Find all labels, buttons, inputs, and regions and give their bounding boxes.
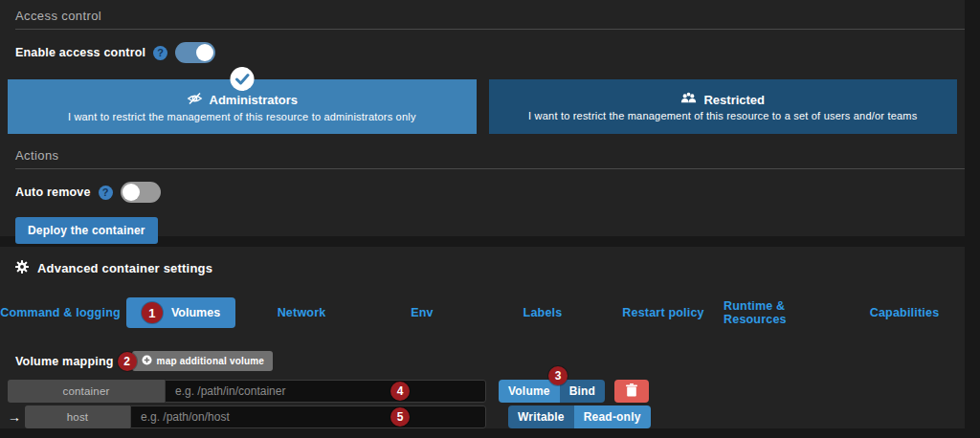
deploy-container-button[interactable]: Deploy the container bbox=[15, 217, 158, 244]
enable-access-control-row: Enable access control ? bbox=[15, 42, 965, 63]
annotation-badge-3: 3 bbox=[548, 366, 568, 385]
tab-label[interactable]: Command & logging bbox=[0, 306, 121, 319]
toggle-knob bbox=[196, 44, 213, 61]
auto-remove-toggle[interactable] bbox=[121, 182, 161, 203]
restricted-option-title: Restricted bbox=[680, 92, 765, 107]
tab-network[interactable]: Network bbox=[241, 306, 362, 319]
ownership-options: Administrators I want to restrict the ma… bbox=[8, 79, 957, 134]
arrow-right-icon: → bbox=[8, 405, 25, 428]
annotation-badge-5: 5 bbox=[390, 407, 410, 427]
restricted-option-label: Restricted bbox=[703, 93, 765, 107]
tab-label[interactable]: Capabilities bbox=[870, 306, 940, 319]
host-path-row: → host 5 bbox=[8, 405, 486, 428]
help-icon[interactable]: ? bbox=[99, 186, 113, 200]
volume-type-row: 3 Volume Bind bbox=[499, 380, 651, 403]
help-icon[interactable]: ? bbox=[153, 46, 167, 60]
tab-label[interactable]: Env bbox=[411, 306, 434, 319]
plus-circle-icon bbox=[142, 355, 152, 367]
settings-tab-bar: Command & logging 1 Volumes Network Env … bbox=[0, 297, 965, 328]
tab-env[interactable]: Env bbox=[362, 306, 482, 319]
access-control-panel: Access control Enable access control ? bbox=[0, 0, 965, 236]
ownership-option-restricted[interactable]: Restricted I want to restrict the manage… bbox=[489, 79, 958, 134]
toggle-knob bbox=[122, 184, 140, 201]
tab-label[interactable]: Labels bbox=[523, 306, 563, 319]
trash-icon bbox=[626, 383, 637, 400]
access-control-heading: Access control bbox=[0, 0, 965, 23]
tab-restart-policy[interactable]: Restart policy bbox=[603, 306, 724, 319]
advanced-settings-header: Advanced container settings bbox=[15, 260, 965, 276]
map-additional-volume-label: map additional volume bbox=[157, 356, 265, 366]
host-path-input[interactable] bbox=[130, 405, 486, 428]
tab-runtime-resources[interactable]: Runtime & Resources bbox=[724, 299, 844, 326]
tab-volumes-active-pill[interactable]: 1 Volumes bbox=[126, 297, 235, 328]
restricted-option-description: I want to restrict the management of thi… bbox=[528, 110, 917, 121]
writable-mode-button[interactable]: Writable bbox=[508, 405, 574, 428]
volume-mapping-header: Volume mapping 2 map additional volume bbox=[15, 351, 965, 371]
actions-heading: Actions bbox=[0, 134, 965, 163]
selected-check-icon bbox=[229, 66, 255, 96]
map-additional-volume-button[interactable]: map additional volume bbox=[132, 351, 274, 371]
volume-type-button[interactable]: Volume bbox=[499, 380, 560, 403]
tab-label[interactable]: Restart policy bbox=[622, 306, 703, 319]
volume-path-fields: container 4 → host 5 bbox=[8, 380, 486, 431]
section-divider bbox=[15, 168, 965, 169]
annotation-badge-2: 2 bbox=[118, 352, 137, 371]
advanced-settings-title: Advanced container settings bbox=[37, 261, 212, 275]
tab-label: Volumes bbox=[171, 306, 220, 319]
administrators-option-description: I want to restrict the management of thi… bbox=[68, 111, 416, 122]
container-path-input[interactable] bbox=[165, 380, 486, 403]
auto-remove-row: Auto remove ? bbox=[15, 182, 965, 203]
volume-mapping-label: Volume mapping bbox=[15, 355, 114, 368]
volume-mode-button-group: Writable Read-only bbox=[508, 405, 651, 428]
enable-access-control-toggle[interactable] bbox=[175, 42, 215, 63]
users-icon bbox=[680, 92, 697, 107]
tab-volumes[interactable]: 1 Volumes bbox=[121, 297, 241, 328]
annotation-badge-1: 1 bbox=[142, 302, 163, 323]
container-path-row: container 4 bbox=[8, 380, 486, 403]
volume-mapping-form: container 4 → host 5 3 Volume Bind bbox=[8, 380, 957, 431]
auto-remove-label: Auto remove bbox=[15, 186, 91, 199]
readonly-mode-button[interactable]: Read-only bbox=[574, 405, 651, 428]
advanced-settings-panel: Advanced container settings Command & lo… bbox=[0, 247, 965, 428]
host-addon-label: host bbox=[25, 405, 130, 428]
bind-type-button[interactable]: Bind bbox=[560, 380, 605, 403]
tab-labels[interactable]: Labels bbox=[482, 306, 603, 319]
ownership-option-administrators[interactable]: Administrators I want to restrict the ma… bbox=[8, 79, 477, 134]
tab-label[interactable]: Runtime & Resources bbox=[724, 299, 844, 326]
volume-mode-row: Writable Read-only bbox=[508, 405, 651, 428]
enable-access-control-label: Enable access control bbox=[15, 46, 145, 59]
volume-type-button-group: 3 Volume Bind bbox=[499, 380, 605, 403]
volume-option-buttons: 3 Volume Bind Writable bbox=[499, 380, 651, 431]
gear-icon bbox=[15, 260, 29, 276]
eye-slash-icon bbox=[187, 92, 203, 108]
tab-label[interactable]: Network bbox=[278, 306, 326, 319]
tab-command-logging[interactable]: Command & logging bbox=[0, 306, 121, 319]
annotation-badge-4: 4 bbox=[390, 382, 410, 401]
tab-capabilities[interactable]: Capabilities bbox=[844, 306, 965, 319]
container-addon-label: container bbox=[8, 380, 165, 403]
remove-volume-button[interactable] bbox=[614, 380, 649, 403]
section-divider bbox=[15, 29, 965, 30]
